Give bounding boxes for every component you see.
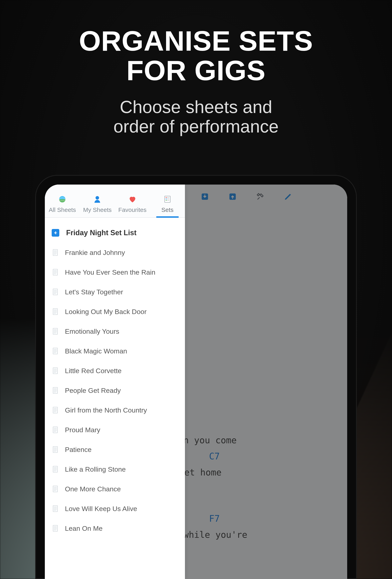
sets-tab-icon [163, 195, 172, 204]
phone-screen: t?t when you comeC7get homeF7rong while … [45, 185, 347, 579]
song-row[interactable]: Patience [45, 440, 185, 459]
svg-rect-12 [53, 249, 58, 256]
svg-rect-67 [53, 466, 58, 472]
promo-copy: ORGANISE SETS FOR GIGS Choose sheets and… [0, 26, 392, 136]
sheet-icon [53, 486, 58, 492]
song-title: Love Will Keep Us Alive [65, 505, 137, 513]
phone-frame: t?t when you comeC7get homeF7rong while … [35, 175, 357, 579]
sheet-icon [53, 407, 58, 414]
tab-label: Favourites [118, 207, 146, 213]
promo-headline: ORGANISE SETS FOR GIGS [0, 26, 392, 85]
svg-rect-77 [53, 506, 58, 512]
song-row[interactable]: One More Chance [45, 479, 185, 499]
promo-subhead: Choose sheets and order of performance [0, 97, 392, 136]
lyric-fragment: t when you come [185, 432, 237, 449]
song-row[interactable]: Lean On Me [45, 518, 185, 538]
sheet-icon [53, 505, 58, 512]
set-header: Friday Night Set List [45, 223, 185, 243]
svg-rect-72 [53, 486, 58, 492]
back-icon[interactable] [52, 229, 59, 237]
svg-rect-27 [53, 309, 58, 315]
sheet-icon [53, 289, 58, 295]
set-title: Friday Night Set List [66, 228, 136, 237]
song-title: Looking Out My Back Door [65, 308, 146, 316]
song-row[interactable]: People Get Ready [45, 381, 185, 400]
tab-label: All Sheets [49, 207, 76, 213]
lyric-fragment: get home [185, 464, 222, 481]
lyric-fragment: rong while you're [185, 526, 247, 543]
tools-icon[interactable] [256, 192, 264, 201]
svg-point-4 [96, 196, 99, 200]
svg-rect-47 [53, 387, 58, 394]
tab-all[interactable]: All Sheets [45, 187, 80, 217]
song-title: People Get Ready [65, 387, 121, 394]
svg-rect-62 [53, 446, 58, 453]
set-list: Friday Night Set List Frankie and Johnny… [45, 218, 185, 579]
edit-icon[interactable] [284, 192, 292, 201]
sheet-icon [53, 427, 58, 433]
svg-rect-10 [167, 199, 169, 199]
transpose-up-icon[interactable] [228, 192, 237, 201]
song-row[interactable]: Emotionally Yours [45, 321, 185, 341]
song-row[interactable]: Black Magic Woman [45, 341, 185, 361]
sheet-icon [53, 525, 58, 532]
sheet-icon [53, 367, 58, 374]
song-title: Black Magic Woman [65, 347, 127, 355]
mine-tab-icon [93, 195, 102, 204]
song-row[interactable]: Let's Stay Together [45, 282, 185, 302]
song-title: Like a Rolling Stone [65, 465, 126, 473]
song-row[interactable]: Looking Out My Back Door [45, 302, 185, 321]
sheet-icon [53, 446, 58, 453]
svg-rect-22 [53, 289, 58, 295]
tab-bar: All SheetsMy SheetsFavouritesSets [45, 185, 185, 218]
sheet-icon [53, 387, 58, 394]
tab-sets[interactable]: Sets [150, 187, 185, 217]
tab-mine[interactable]: My Sheets [80, 187, 115, 217]
chord-sheet-panel: t?t when you comeC7get homeF7rong while … [185, 185, 347, 579]
svg-rect-9 [167, 197, 169, 198]
all-tab-icon [58, 195, 67, 204]
song-row[interactable]: Love Will Keep Us Alive [45, 499, 185, 518]
song-title: Proud Mary [65, 426, 100, 434]
transpose-down-icon[interactable] [201, 192, 209, 201]
sheet-icon [53, 308, 58, 315]
song-title: Girl from the North Country [65, 406, 147, 414]
song-title: Little Red Corvette [65, 367, 122, 375]
song-title: One More Chance [65, 485, 121, 493]
song-title: Emotionally Yours [65, 328, 119, 335]
tab-fav[interactable]: Favourites [115, 187, 150, 217]
song-title: Lean On Me [65, 524, 103, 532]
sheet-icon [53, 269, 58, 276]
svg-rect-42 [53, 368, 58, 374]
chord-label: C7 [209, 448, 220, 465]
song-row[interactable]: Little Red Corvette [45, 361, 185, 381]
tab-label: Sets [161, 207, 174, 213]
svg-rect-57 [53, 427, 58, 433]
svg-rect-82 [53, 525, 58, 532]
svg-rect-32 [53, 328, 58, 335]
svg-rect-37 [53, 348, 58, 354]
song-row[interactable]: Have You Ever Seen the Rain [45, 262, 185, 282]
chord-sheet-content: t?t when you comeC7get homeF7rong while … [185, 209, 347, 579]
song-title: Frankie and Johnny [65, 249, 125, 257]
svg-rect-17 [53, 269, 58, 276]
svg-rect-52 [53, 407, 58, 413]
song-title: Let's Stay Together [65, 288, 123, 296]
sheet-icon [53, 249, 58, 256]
song-row[interactable]: Frankie and Johnny [45, 243, 185, 262]
fav-tab-icon [128, 195, 137, 204]
svg-rect-7 [166, 199, 167, 199]
song-title: Have You Ever Seen the Rain [65, 268, 155, 276]
chord-toolbar [185, 185, 347, 209]
sidebar: All SheetsMy SheetsFavouritesSets Friday… [45, 185, 185, 579]
sheet-icon [53, 466, 58, 473]
song-row[interactable]: Proud Mary [45, 420, 185, 440]
tab-label: My Sheets [83, 207, 112, 213]
song-row[interactable]: Like a Rolling Stone [45, 459, 185, 479]
sheet-icon [53, 328, 58, 335]
sheet-icon [53, 348, 58, 355]
svg-rect-11 [167, 200, 169, 201]
chord-label: F7 [209, 510, 220, 527]
song-title: Patience [65, 446, 91, 453]
song-row[interactable]: Girl from the North Country [45, 400, 185, 420]
